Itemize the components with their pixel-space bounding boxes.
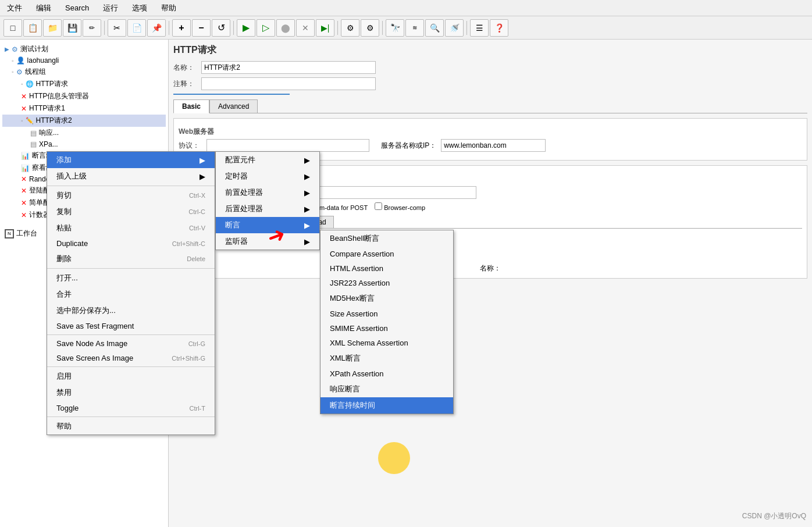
ctx-sep-3: [47, 334, 215, 335]
toolbar-stop-disabled[interactable]: ⬤: [276, 19, 295, 37]
ctx-add-arrow: ▶: [200, 156, 205, 165]
toolbar-sep-5: [382, 21, 383, 35]
http-request-title: HTTP请求: [179, 174, 802, 184]
toolbar-sep-1: [104, 21, 105, 35]
menu-search[interactable]: Search: [63, 2, 91, 13]
protocol-input[interactable]: [206, 139, 369, 152]
bottom-tabs: Parameters Body Data Files Upload: [179, 216, 802, 229]
tree-item-http-req1[interactable]: ✕ HTTP请求1: [2, 102, 166, 115]
ctx-save-selected[interactable]: 选中部分保存为...: [47, 302, 215, 319]
toolbar-flush[interactable]: 🚿: [445, 19, 464, 37]
toolbar-cut[interactable]: ✂: [108, 19, 126, 37]
ctx-save-node-image[interactable]: Save Node As Image Ctrl-G: [47, 336, 215, 351]
toolbar-new[interactable]: □: [3, 19, 22, 37]
toolbar-open-templates[interactable]: 📋: [23, 19, 42, 37]
ctx-merge[interactable]: 合并: [47, 286, 215, 302]
ctx-sep-4: [47, 366, 215, 367]
toolbar-wave[interactable]: ≋: [405, 19, 424, 37]
name-input[interactable]: [201, 61, 376, 74]
ctx-toggle[interactable]: Toggle Ctrl-T: [47, 401, 215, 415]
toolbar: □ 📋 📁 💾 ✏ ✂ 📄 📌 + − ↺ ▶ ▷ ⬤ ✕ ▶| ⚙ ⚙ 🔭 ≋…: [0, 16, 812, 40]
ctx-duplicate[interactable]: Duplicate Ctrl+Shift-C: [47, 236, 215, 251]
toolbar-binoculars[interactable]: 🔭: [386, 19, 404, 37]
tree-item-thread-group[interactable]: ◦ ⚙ 线程组: [2, 66, 166, 78]
ctx-copy[interactable]: 复制 Ctrl-C: [47, 204, 215, 220]
toolbar-remove[interactable]: −: [192, 19, 211, 37]
toolbar-paste[interactable]: 📌: [147, 19, 166, 37]
multipart-checkbox[interactable]: [263, 202, 270, 210]
ctx-paste[interactable]: 粘贴 Ctrl-V: [47, 220, 215, 236]
ctx-enable[interactable]: 启用: [47, 368, 215, 384]
ctx-insert-parent[interactable]: 插入上级 ▶: [47, 168, 215, 184]
menu-edit[interactable]: 编辑: [34, 2, 54, 15]
options-row: 重定向 Use KeepAlive Use multipart/form-dat…: [179, 202, 802, 211]
toolbar-search[interactable]: 🔍: [425, 19, 444, 37]
right-panel: HTTP请求 名称： 注释： Basic Advanced Web服务器 协议：…: [169, 40, 812, 527]
name-row: 名称：: [173, 61, 807, 74]
browser-checkbox[interactable]: [375, 202, 382, 210]
browser-checkbox-label[interactable]: Browser-comp: [375, 202, 425, 211]
name-label: 名称：: [173, 63, 197, 73]
context-menu-main: 添加 ▶ 插入上级 ▶ 剪切 Ctrl-X 复制 Ctrl-C 粘贴 Ctrl-…: [47, 151, 215, 435]
ctx-cut[interactable]: 剪切 Ctrl-X: [47, 187, 215, 204]
web-server-section: Web服务器 协议： 服务器名称或IP：: [173, 118, 807, 161]
tab-advanced[interactable]: Advanced: [209, 99, 258, 113]
toolbar-help-btn[interactable]: ❓: [490, 19, 508, 37]
toolbar-stop[interactable]: ✕: [296, 19, 315, 37]
ctx-sep-1: [47, 186, 215, 186]
bottom-tab-files[interactable]: Files Upload: [280, 216, 334, 228]
toolbar-sep-3: [233, 21, 234, 35]
http-request-section: HTTP请求 方法： GET POST PUT DELETE 路径： 重定向 U…: [173, 165, 807, 279]
comment-label: 注释：: [173, 79, 197, 89]
tabs-bar: Basic Advanced: [173, 99, 807, 113]
toolbar-settings2[interactable]: ⚙: [361, 19, 379, 37]
multipart-checkbox-label[interactable]: Use multipart/form-data for POST: [263, 202, 368, 211]
tab-basic[interactable]: Basic: [173, 99, 209, 113]
name-field-label: 名称：: [480, 264, 501, 272]
method-select[interactable]: GET POST PUT DELETE: [206, 186, 265, 199]
ctx-help[interactable]: 帮助: [47, 418, 215, 435]
tree-item-test-plan[interactable]: ▶ ⚙ 测试计划: [2, 43, 166, 55]
tree-item-laohuangli[interactable]: ◦ 👤 laohuangli: [2, 55, 166, 66]
ctx-add[interactable]: 添加 ▶: [47, 152, 215, 168]
toolbar-run-selected[interactable]: ▶|: [316, 19, 334, 37]
toolbar-undo[interactable]: ↺: [212, 19, 230, 37]
toolbar-add[interactable]: +: [172, 19, 191, 37]
tree-item-response[interactable]: ▤ 响应...: [2, 127, 166, 139]
empty-params-area: 名称：: [179, 264, 802, 273]
method-row: 方法： GET POST PUT DELETE 路径：: [179, 186, 802, 199]
toolbar-settings1[interactable]: ⚙: [341, 19, 359, 37]
toolbar-list[interactable]: ☰: [470, 19, 489, 37]
ctx-save-fragment[interactable]: Save as Test Fragment: [47, 319, 215, 333]
tree-item-http1[interactable]: ◦ 🌐 HTTP请求: [2, 78, 166, 90]
comment-row: 注释：: [173, 77, 807, 90]
server-input[interactable]: [441, 139, 546, 152]
tree-item-xpath[interactable]: ▤ XPa...: [2, 139, 166, 149]
menu-help[interactable]: 帮助: [159, 2, 179, 15]
ctx-open[interactable]: 打开...: [47, 270, 215, 286]
ctx-sep-5: [47, 416, 215, 417]
menu-run[interactable]: 运行: [101, 2, 120, 15]
ctx-save-screen-image[interactable]: Save Screen As Image Ctrl+Shift-G: [47, 351, 215, 365]
toolbar-save[interactable]: 💾: [63, 19, 81, 37]
ctx-disable[interactable]: 禁用: [47, 384, 215, 401]
tree-item-http-header[interactable]: ✕ HTTP信息头管理器: [2, 90, 166, 102]
panel-title: HTTP请求: [173, 44, 807, 56]
path-label: 路径：: [276, 188, 297, 198]
toolbar-sep-6: [466, 21, 467, 35]
toolbar-run-all[interactable]: ▶: [237, 19, 255, 37]
toolbar-revert[interactable]: ✏: [83, 19, 101, 37]
toolbar-open[interactable]: 📁: [43, 19, 62, 37]
tree-item-http-req2[interactable]: ◦ ✏️ HTTP请求2: [2, 115, 166, 127]
server-label: 服务器名称或IP：: [381, 141, 436, 151]
menu-options[interactable]: 选项: [130, 2, 149, 15]
web-server-title: Web服务器: [179, 127, 802, 137]
toolbar-copy[interactable]: 📄: [127, 19, 146, 37]
toolbar-run-no-pause[interactable]: ▷: [257, 19, 275, 37]
comment-input[interactable]: [201, 77, 376, 90]
ctx-delete[interactable]: 删除 Delete: [47, 251, 215, 267]
path-input[interactable]: [302, 186, 476, 199]
menu-file[interactable]: 文件: [5, 2, 24, 15]
watermark: CSDN @小透明OvQ: [742, 511, 806, 521]
bottom-tab-body[interactable]: Body Data: [231, 216, 279, 228]
